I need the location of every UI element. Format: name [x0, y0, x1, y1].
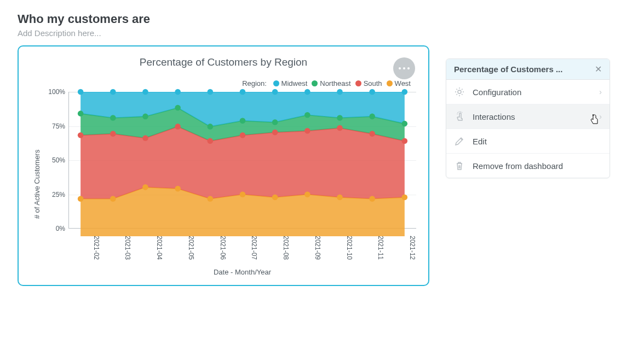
svg-point-3	[175, 186, 181, 192]
menu-header: Percentage of Customers ... ✕	[446, 59, 610, 80]
svg-point-10	[402, 195, 408, 201]
svg-point-14	[175, 124, 181, 130]
svg-point-9	[369, 196, 375, 202]
close-icon[interactable]: ✕	[595, 65, 602, 74]
trash-icon	[454, 160, 465, 171]
legend-item[interactable]: Northeast	[312, 79, 350, 88]
legend-swatch	[273, 80, 279, 86]
svg-point-17	[272, 130, 278, 136]
svg-point-38	[240, 89, 246, 95]
chart-title: Percentage of Customers by Region	[31, 56, 416, 68]
tap-icon	[454, 111, 465, 122]
svg-point-0	[78, 196, 84, 202]
svg-point-26	[208, 124, 214, 130]
legend-item[interactable]: South	[355, 79, 382, 88]
svg-point-1	[110, 196, 116, 202]
legend-swatch	[312, 80, 318, 86]
svg-point-39	[272, 89, 278, 95]
svg-point-30	[337, 115, 343, 121]
svg-point-32	[402, 121, 408, 127]
menu-item-label: Configuration	[473, 88, 599, 97]
menu-item-configuration[interactable]: Configuration›	[446, 80, 610, 104]
svg-point-27	[240, 118, 246, 124]
y-tick: 50%	[52, 156, 65, 164]
svg-point-19	[337, 125, 343, 131]
menu-item-label: Remove from dashboard	[473, 161, 602, 171]
svg-point-28	[272, 119, 278, 125]
menu-header-title: Percentage of Customers ...	[454, 65, 562, 74]
y-axis-ticks: 100%75%50%25%0%	[43, 92, 68, 229]
svg-point-22	[78, 110, 84, 116]
svg-point-2	[142, 184, 148, 190]
svg-point-31	[369, 114, 375, 120]
svg-point-24	[142, 114, 148, 120]
svg-point-12	[110, 131, 116, 137]
svg-point-25	[175, 105, 181, 111]
svg-point-23	[110, 115, 116, 121]
chart-context-menu: Percentage of Customers ... ✕ Configurat…	[446, 59, 610, 178]
svg-point-6	[272, 195, 278, 201]
legend-prefix: Region:	[242, 79, 267, 88]
svg-point-21	[402, 138, 408, 144]
svg-point-33	[78, 89, 84, 95]
y-tick: 25%	[52, 191, 65, 199]
menu-item-edit[interactable]: Edit	[446, 129, 610, 154]
chevron-right-icon: ›	[599, 112, 602, 121]
legend-swatch	[355, 80, 361, 86]
pencil-icon	[454, 136, 465, 147]
y-tick: 75%	[52, 122, 65, 130]
svg-point-35	[142, 89, 148, 95]
svg-point-7	[304, 191, 311, 197]
menu-item-label: Interactions	[473, 112, 599, 121]
svg-point-34	[110, 89, 116, 95]
svg-point-43	[402, 89, 408, 95]
x-axis-title: Date - Month/Year	[68, 268, 416, 276]
y-tick: 100%	[48, 88, 65, 96]
legend-swatch	[387, 80, 393, 86]
svg-point-11	[78, 132, 84, 138]
svg-point-16	[240, 132, 246, 138]
svg-point-37	[208, 89, 214, 95]
chart-more-button[interactable]	[393, 57, 415, 79]
menu-item-label: Edit	[473, 137, 602, 146]
y-tick: 0%	[56, 225, 65, 232]
svg-point-5	[240, 191, 246, 197]
svg-point-8	[337, 195, 343, 201]
dots-icon	[399, 67, 401, 69]
chevron-right-icon: ›	[599, 88, 602, 96]
chart-card: Percentage of Customers by Region Region…	[18, 45, 429, 286]
svg-point-15	[208, 138, 214, 144]
svg-point-44	[458, 90, 461, 94]
menu-item-interactions[interactable]: Interactions›	[446, 104, 610, 129]
legend-item[interactable]: Midwest	[273, 79, 308, 88]
description-placeholder[interactable]: Add Description here...	[18, 28, 626, 38]
svg-point-18	[304, 128, 311, 134]
y-axis-title: # of Active Customers	[31, 92, 43, 276]
svg-point-36	[175, 89, 181, 95]
svg-point-13	[142, 135, 148, 141]
menu-item-remove-from-dashboard[interactable]: Remove from dashboard	[446, 154, 610, 178]
svg-point-41	[337, 89, 343, 95]
dashboard-title[interactable]: Who my customers are	[18, 12, 626, 26]
legend-item[interactable]: West	[387, 79, 411, 88]
svg-point-29	[304, 112, 311, 118]
svg-point-20	[369, 131, 375, 137]
chart-legend: Region: MidwestNortheastSouthWest	[31, 79, 416, 88]
gear-icon	[454, 86, 465, 97]
svg-point-42	[369, 89, 375, 95]
svg-point-40	[304, 89, 311, 95]
svg-point-4	[208, 196, 214, 202]
chart-plot-area[interactable]	[68, 92, 416, 229]
